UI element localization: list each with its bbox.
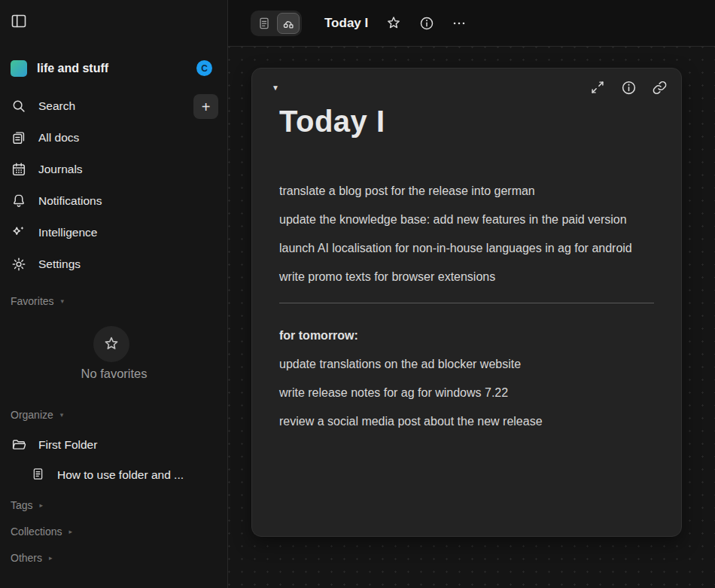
sidebar-item-intelligence[interactable]: Intelligence — [0, 217, 227, 248]
sidebar-item-doc[interactable]: How to use folder and ... — [0, 463, 227, 487]
tags-label: Tags — [11, 499, 33, 511]
journals-icon — [11, 161, 27, 178]
ellipsis-icon — [451, 15, 467, 32]
favorites-section-header[interactable]: Favorites ▾ — [11, 295, 64, 307]
mode-toggle — [251, 11, 302, 36]
more-options-button[interactable] — [449, 13, 470, 34]
sidebar-toggle-button[interactable] — [10, 12, 28, 30]
sidebar-item-label: Search — [38, 99, 75, 113]
sidebar-item-label: Notifications — [38, 194, 102, 208]
collections-section-header[interactable]: Collections ▸ — [11, 526, 72, 538]
note-card-actions — [589, 78, 668, 96]
tags-section-header[interactable]: Tags ▸ — [11, 499, 43, 511]
chevron-right-icon: ▸ — [49, 554, 53, 562]
bell-icon — [11, 193, 27, 209]
others-label: Others — [11, 552, 42, 564]
link-icon — [651, 79, 668, 96]
copy-link-button[interactable] — [650, 78, 668, 96]
sidebar-nav: Search All docs Journals Notifications — [0, 90, 227, 280]
sidebar-item-label: All docs — [38, 131, 79, 145]
star-icon — [102, 335, 120, 353]
workspace-icon — [11, 60, 27, 77]
note-paragraph[interactable]: update the knowledge base: add new featu… — [279, 210, 654, 230]
note-title[interactable]: Today I — [279, 105, 385, 139]
sidebar-item-label: Settings — [38, 257, 81, 271]
workspace-selector[interactable]: life and stuff C — [0, 57, 227, 80]
organize-label: Organize — [11, 409, 53, 421]
sidebar-item-label: Intelligence — [38, 226, 97, 239]
note-paragraph[interactable]: translate a blog post for the release in… — [279, 181, 654, 201]
gear-icon — [11, 256, 27, 273]
note-body[interactable]: translate a blog post for the release in… — [279, 181, 654, 440]
doc-label: How to use folder and ... — [57, 468, 184, 482]
collections-label: Collections — [11, 526, 62, 538]
sidebar-item-settings[interactable]: Settings — [0, 248, 227, 280]
doc-info-button[interactable] — [416, 13, 437, 34]
collapse-note-button[interactable]: ▼ — [268, 80, 283, 95]
topbar: Today I — [228, 0, 715, 47]
sidebar: life and stuff C Search All docs Jour — [0, 0, 228, 588]
page-mode-button[interactable] — [253, 13, 275, 34]
note-card[interactable]: ▼ Today I — [251, 68, 682, 537]
info-icon — [418, 15, 435, 32]
others-section-header[interactable]: Others ▸ — [11, 552, 53, 564]
chevron-right-icon: ▸ — [40, 501, 44, 509]
folder-label: First Folder — [38, 438, 97, 452]
folder-icon — [11, 437, 27, 453]
star-icon — [385, 15, 402, 32]
note-paragraph[interactable]: update translations on the ad blocker we… — [279, 355, 654, 374]
triangle-down-icon: ▼ — [272, 84, 279, 92]
sparkle-icon — [11, 224, 27, 241]
expand-note-button[interactable] — [589, 78, 607, 96]
all-docs-icon — [11, 129, 27, 146]
chevron-down-icon: ▾ — [61, 297, 65, 305]
note-paragraph[interactable]: launch AI localisation for non-in-house … — [279, 239, 654, 258]
favorite-doc-button[interactable] — [383, 13, 404, 34]
info-icon — [620, 79, 637, 96]
search-icon — [11, 98, 27, 114]
sidebar-item-first-folder[interactable]: First Folder — [0, 433, 227, 457]
note-subheading[interactable]: for tomorrow: — [279, 326, 654, 346]
note-info-button[interactable] — [619, 78, 637, 96]
doc-title: Today I — [324, 16, 368, 31]
doc-icon — [31, 467, 45, 483]
chevron-down-icon: ▾ — [60, 411, 64, 419]
sidebar-item-notifications[interactable]: Notifications — [0, 185, 227, 217]
chevron-right-icon: ▸ — [68, 528, 72, 535]
favorites-empty-text: No favorites — [0, 367, 228, 381]
expand-icon — [589, 79, 606, 96]
note-paragraph[interactable]: write promo texts for browser extensions — [279, 267, 654, 287]
sidebar-item-all-docs[interactable]: All docs — [0, 122, 227, 154]
favorites-empty-badge — [93, 326, 129, 362]
organize-section-header[interactable]: Organize ▾ — [11, 409, 63, 421]
edgeless-mode-icon — [281, 16, 296, 31]
note-paragraph[interactable]: review a social media post about the new… — [279, 412, 654, 431]
sidebar-item-journals[interactable]: Journals — [0, 154, 227, 185]
divider — [279, 303, 654, 303]
sidebar-item-label: Journals — [38, 163, 83, 176]
edgeless-mode-button[interactable] — [277, 13, 300, 34]
workspace-name: life and stuff — [37, 62, 108, 75]
edgeless-canvas[interactable]: ▼ Today I — [228, 47, 715, 588]
cloud-sync-badge[interactable]: C — [196, 60, 212, 76]
favorites-label: Favorites — [11, 295, 54, 307]
new-doc-button[interactable]: + — [193, 94, 218, 119]
note-paragraph[interactable]: write release notes for ag for windows 7… — [279, 383, 654, 403]
sidebar-toggle-icon — [10, 12, 28, 30]
page-mode-icon — [257, 16, 272, 31]
